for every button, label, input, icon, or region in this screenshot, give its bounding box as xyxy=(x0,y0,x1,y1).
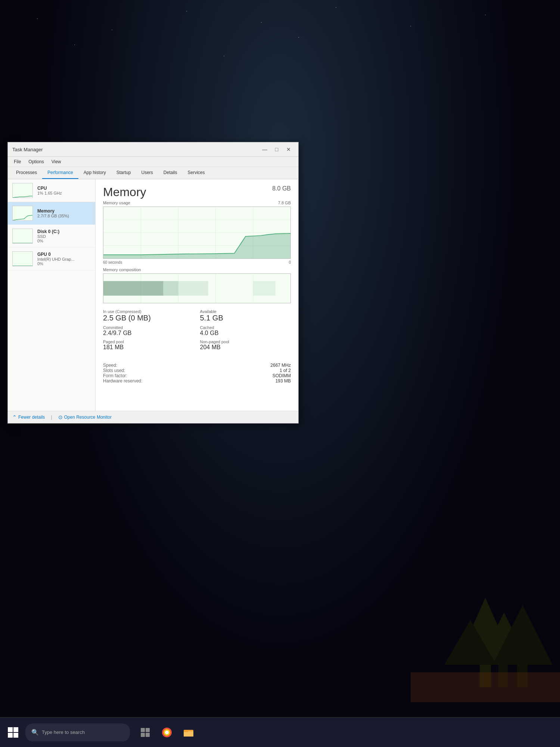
committed-label: Committed xyxy=(103,325,194,330)
form-factor-row: Form factor: SODIMM xyxy=(103,373,291,378)
chart-time-labels: 60 seconds 0 xyxy=(103,260,291,264)
svg-rect-33 xyxy=(13,733,18,738)
cpu-name: CPU xyxy=(37,186,91,191)
tab-users[interactable]: Users xyxy=(136,167,158,179)
menu-bar: File Options View xyxy=(8,157,298,167)
svg-rect-32 xyxy=(8,733,13,738)
svg-rect-31 xyxy=(13,727,18,732)
title-bar-controls: — □ ✕ xyxy=(259,145,294,154)
menu-file[interactable]: File xyxy=(11,158,24,166)
cpu-info: CPU 1% 1.65 GHz xyxy=(37,186,91,195)
committed-stat: Committed 2.4/9.7 GB xyxy=(103,324,194,338)
taskbar: 🔍 Type here to search xyxy=(0,717,560,747)
svg-rect-8 xyxy=(13,183,33,198)
sidebar: CPU 1% 1.65 GHz Memory 2.7/7.8 GB (3 xyxy=(8,179,96,411)
sidebar-item-cpu[interactable]: CPU 1% 1.65 GHz xyxy=(8,179,95,202)
maximize-button[interactable]: □ xyxy=(271,145,282,154)
svg-rect-11 xyxy=(13,252,33,266)
title-bar: Task Manager — □ ✕ xyxy=(8,142,298,157)
tab-processes[interactable]: Processes xyxy=(11,167,42,179)
svg-rect-35 xyxy=(146,728,150,732)
tab-startup[interactable]: Startup xyxy=(111,167,136,179)
svg-rect-7 xyxy=(411,672,560,702)
memory-main-content: Memory 8.0 GB Memory usage 7.8 GB xyxy=(96,179,298,411)
svg-rect-42 xyxy=(184,731,193,737)
close-button[interactable]: ✕ xyxy=(283,145,294,154)
open-resource-monitor-label: Open Resource Monitor xyxy=(64,415,112,420)
fewer-details-icon: ⌃ xyxy=(12,414,17,420)
svg-rect-43 xyxy=(184,730,188,732)
tab-app-history[interactable]: App history xyxy=(78,167,111,179)
svg-rect-34 xyxy=(141,728,145,732)
memory-header: Memory 8.0 GB xyxy=(103,185,291,199)
stats-middle: Available 5.1 GB Cached 4.0 GB Non-paged… xyxy=(200,308,291,352)
memory-total: 8.0 GB xyxy=(272,185,291,192)
fewer-details-link[interactable]: ⌃ Fewer details xyxy=(12,414,45,420)
slots-value: 1 of 2 xyxy=(280,368,291,373)
stats-section: In use (Compressed) 2.5 GB (0 MB) Commit… xyxy=(103,308,291,358)
gpu-name: GPU 0 xyxy=(37,252,91,257)
fewer-details-label: Fewer details xyxy=(18,415,45,420)
memory-usage-right: 7.8 GB xyxy=(278,201,291,205)
memory-usage-label-text: Memory usage xyxy=(103,201,130,205)
disk-type: SSD xyxy=(37,234,91,239)
content-area: CPU 1% 1.65 GHz Memory 2.7/7.8 GB (3 xyxy=(8,179,298,411)
tab-details[interactable]: Details xyxy=(158,167,183,179)
resource-monitor-icon: ⊙ xyxy=(58,414,63,420)
cached-value: 4.0 GB xyxy=(200,330,291,337)
taskbar-task-view[interactable] xyxy=(136,723,155,742)
disk-name: Disk 0 (C:) xyxy=(37,229,91,234)
non-paged-pool-value: 204 MB xyxy=(200,344,291,351)
start-button[interactable] xyxy=(4,723,22,742)
taskbar-search-box[interactable]: 🔍 Type here to search xyxy=(25,723,130,741)
open-resource-monitor-link[interactable]: ⊙ Open Resource Monitor xyxy=(58,414,112,420)
tab-services[interactable]: Services xyxy=(183,167,210,179)
task-manager-window: Task Manager — □ ✕ File Options View Pro… xyxy=(7,142,299,424)
time-start-label: 60 seconds xyxy=(103,260,122,264)
speed-value: 2667 MHz xyxy=(270,363,291,368)
minimize-button[interactable]: — xyxy=(259,145,270,154)
svg-rect-30 xyxy=(8,727,13,732)
in-use-value: 2.5 GB (0 MB) xyxy=(103,314,194,322)
tabs-bar: Processes Performance App history Startu… xyxy=(8,167,298,179)
sidebar-item-memory[interactable]: Memory 2.7/7.8 GB (35%) xyxy=(8,202,95,225)
memory-title: Memory xyxy=(103,185,146,199)
gpu-info: GPU 0 Intel(R) UHD Grap... 0% xyxy=(37,252,91,266)
sidebar-item-disk[interactable]: Disk 0 (C:) SSD 0% xyxy=(8,225,95,248)
memory-usage-chart xyxy=(103,207,291,259)
trees-silhouette xyxy=(411,590,560,702)
desktop: Task Manager — □ ✕ File Options View Pro… xyxy=(0,0,560,747)
memory-usage-sub: 2.7/7.8 GB (35%) xyxy=(37,214,91,218)
menu-view[interactable]: View xyxy=(49,158,64,166)
memory-usage-header: Memory usage 7.8 GB xyxy=(103,201,291,205)
cpu-mini-graph xyxy=(12,183,33,198)
window-title: Task Manager xyxy=(12,147,43,152)
taskbar-chrome-icon[interactable] xyxy=(158,723,176,742)
disk-usage: 0% xyxy=(37,239,91,243)
paged-pool-stat: Paged pool 181 MB xyxy=(103,338,194,352)
form-factor-label: Form factor: xyxy=(103,373,127,378)
paged-pool-value: 181 MB xyxy=(103,344,194,351)
available-label: Available xyxy=(200,309,291,314)
menu-options[interactable]: Options xyxy=(25,158,47,166)
cpu-usage: 1% 1.65 GHz xyxy=(37,191,91,195)
windows-logo-icon xyxy=(7,727,19,738)
non-paged-pool-stat: Non-paged pool 204 MB xyxy=(200,338,291,352)
gpu-usage: 0% xyxy=(37,261,91,266)
taskbar-file-explorer[interactable] xyxy=(179,723,198,742)
composition-label: Memory composition xyxy=(103,267,291,272)
svg-rect-26 xyxy=(103,281,163,296)
slots-row: Slots used: 1 of 2 xyxy=(103,368,291,373)
slots-label: Slots used: xyxy=(103,368,125,373)
tab-performance[interactable]: Performance xyxy=(42,167,78,179)
svg-rect-9 xyxy=(13,206,33,221)
right-stats-panel: Speed: 2667 MHz Slots used: 1 of 2 Form … xyxy=(103,363,291,384)
search-icon: 🔍 xyxy=(31,729,39,736)
disk-info: Disk 0 (C:) SSD 0% xyxy=(37,229,91,243)
sidebar-item-gpu[interactable]: GPU 0 Intel(R) UHD Grap... 0% xyxy=(8,248,95,270)
svg-rect-36 xyxy=(141,733,145,737)
non-paged-pool-label: Non-paged pool xyxy=(200,340,291,344)
svg-rect-29 xyxy=(253,281,276,296)
divider: | xyxy=(51,415,52,420)
memory-composition-chart xyxy=(103,273,291,303)
